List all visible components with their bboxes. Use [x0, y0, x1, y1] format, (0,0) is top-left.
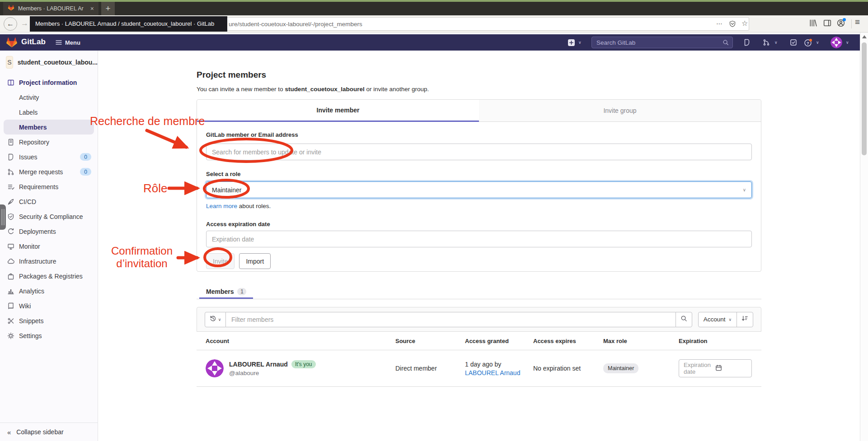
gitlab-wordmark[interactable]: GitLab — [21, 37, 46, 46]
sidebar-item-requirements[interactable]: Requirements — [0, 179, 98, 194]
role-label: Select a role — [206, 171, 752, 177]
project-sidebar: S student_couetoux_labou... Project info… — [0, 51, 98, 441]
account-icon[interactable] — [837, 19, 845, 29]
todo-icon[interactable] — [790, 39, 797, 48]
history-icon — [210, 315, 216, 324]
collapse-icon: « — [7, 428, 11, 436]
page-title: Project members — [197, 69, 761, 81]
toolbar-divider — [851, 19, 852, 28]
calendar-icon — [715, 364, 747, 372]
page-scrollbar[interactable] — [860, 32, 868, 441]
sort-direction-button[interactable] — [737, 312, 753, 327]
role-select[interactable]: Maintainer ∨ — [206, 181, 752, 198]
sidebar-nav: Project information Activity Labels Memb… — [0, 75, 98, 343]
sidebar-item-monitor[interactable]: Monitor — [0, 239, 98, 254]
expiry-date-input[interactable] — [206, 231, 752, 247]
bookmark-star-icon[interactable]: ☆ — [741, 19, 748, 28]
learn-more-link[interactable]: Learn more — [206, 203, 237, 209]
tab-members-list[interactable]: Members 1 — [199, 286, 253, 299]
new-tab-button[interactable]: + — [101, 2, 115, 15]
requirements-icon — [7, 183, 14, 190]
menu-hamburger-icon[interactable]: ≡ — [855, 17, 860, 27]
its-you-badge: It's you — [291, 360, 316, 368]
new-item-chevron-icon[interactable]: ∨ — [578, 40, 582, 45]
gitlab-logo[interactable] — [6, 37, 18, 48]
merge-requests-chevron-icon[interactable]: ∨ — [774, 40, 778, 45]
sidebar-project-header[interactable]: S student_couetoux_labou... — [0, 51, 98, 74]
tab-close-icon[interactable]: × — [89, 5, 95, 12]
tab-tooltip: Members · LABOUREL Arnaud / student_coue… — [30, 16, 227, 32]
select-chevron-icon: ∨ — [743, 187, 746, 192]
sidebars-icon[interactable] — [823, 19, 831, 29]
svg-text:?: ? — [807, 41, 809, 46]
library-icon[interactable] — [809, 19, 817, 29]
screen: Members · LABOUREL Ar × + ← → ure/studen… — [0, 0, 868, 441]
scrollbar-up-arrow[interactable] — [862, 35, 867, 38]
sidebar-item-issues[interactable]: Issues 0 — [0, 149, 98, 164]
members-count-badge: 1 — [237, 288, 246, 295]
max-role-pill[interactable]: Maintainer — [603, 363, 638, 373]
pocket-shield-icon[interactable] — [729, 20, 736, 29]
search-icon — [723, 39, 729, 46]
help-chevron-icon[interactable]: ∨ — [816, 40, 819, 45]
new-item-icon[interactable] — [568, 39, 575, 48]
member-source: Direct member — [395, 365, 465, 372]
tab-invite-member[interactable]: Invite member — [197, 100, 479, 122]
sidebar-item-analytics[interactable]: Analytics — [0, 283, 98, 298]
sidebar-item-project-information[interactable]: Project information — [0, 75, 98, 90]
member-name[interactable]: LABOUREL Arnaud — [229, 361, 288, 368]
invite-button[interactable]: Invite — [206, 253, 235, 269]
member-search-input[interactable] — [206, 144, 752, 160]
help-icon[interactable]: ? — [804, 39, 812, 49]
sidebar-item-cicd[interactable]: CI/CD — [0, 194, 98, 209]
gitlab-search-box[interactable]: Search GitLab — [591, 37, 733, 48]
collapse-sidebar-button[interactable]: « Collapse sidebar — [0, 422, 98, 441]
filter-search-button[interactable] — [676, 312, 692, 327]
merge-requests-count-badge: 0 — [80, 168, 91, 176]
sort-ascending-icon — [741, 315, 748, 324]
browser-tab[interactable]: Members · LABOUREL Ar × — [3, 2, 99, 15]
sidebar-item-activity[interactable]: Activity — [0, 90, 98, 105]
access-granted-by-link[interactable]: LABOUREL Arnaud — [465, 369, 533, 376]
sidebar-item-settings[interactable]: Settings — [0, 328, 98, 343]
tab-invite-group[interactable]: Invite group — [479, 100, 761, 122]
sidebar-resize-handle[interactable] — [0, 204, 6, 230]
back-button[interactable]: ← — [4, 17, 17, 31]
deployments-icon — [7, 228, 14, 235]
sidebar-item-merge-requests[interactable]: Merge requests 0 — [0, 164, 98, 179]
page-actions-icon[interactable]: ⋯ — [716, 20, 723, 27]
sidebar-item-repository[interactable]: Repository — [0, 135, 98, 149]
main-content: Project members You can invite a new mem… — [99, 51, 860, 441]
scrollbar-thumb[interactable] — [862, 42, 867, 155]
sidebar-item-members[interactable]: Members — [4, 120, 94, 135]
sidebar-item-wiki[interactable]: Wiki — [0, 298, 98, 313]
row-expiration-date-input[interactable]: Expiration date — [679, 359, 752, 377]
import-button[interactable]: Import — [239, 253, 271, 269]
user-avatar[interactable] — [830, 37, 842, 48]
account-notification-dot — [843, 18, 846, 21]
merge-requests-shortcut-icon[interactable] — [763, 39, 770, 48]
sort-field-chevron-icon: ∨ — [728, 317, 732, 322]
cloud-icon — [7, 258, 14, 265]
sidebar-item-deployments[interactable]: Deployments — [0, 224, 98, 239]
user-menu-chevron-icon[interactable]: ∨ — [846, 40, 849, 45]
issues-shortcut-icon[interactable] — [743, 39, 751, 48]
filter-members-input[interactable] — [226, 312, 676, 327]
filter-history-button[interactable]: ∨ — [205, 312, 226, 327]
member-search-label: GitLab member or Email address — [206, 131, 298, 138]
sidebar-item-snippets[interactable]: Snippets — [0, 313, 98, 328]
expiry-label: Access expiration date — [206, 221, 752, 227]
sidebar-item-packages-registries[interactable]: Packages & Registries — [0, 269, 98, 283]
sort-field-dropdown[interactable]: Account ∨ — [699, 312, 737, 327]
issues-count-badge: 0 — [80, 153, 91, 161]
sidebar-item-infrastructure[interactable]: Infrastructure — [0, 254, 98, 269]
cicd-icon — [7, 198, 14, 205]
sidebar-item-labels[interactable]: Labels — [0, 105, 98, 120]
member-access-expires: No expiration set — [533, 365, 603, 372]
sidebar-item-security-compliance[interactable]: Security & Compliance — [0, 209, 98, 224]
forward-button[interactable]: → — [21, 19, 28, 28]
member-avatar[interactable] — [206, 359, 224, 377]
access-granted-when: 1 day ago by — [465, 361, 533, 368]
project-name: student_couetoux_labou... — [18, 59, 98, 66]
menu-button[interactable]: Menu — [55, 39, 80, 46]
